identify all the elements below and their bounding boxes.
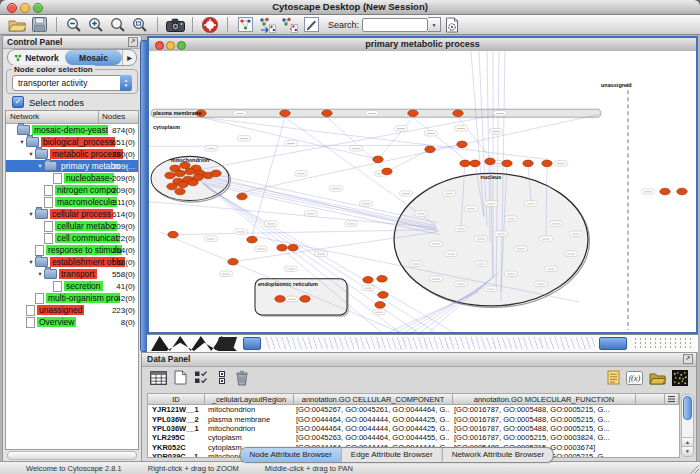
expander-icon[interactable]: ▼ [18, 139, 26, 145]
search-dropdown-button[interactable]: ▼ [428, 17, 441, 32]
expander-icon[interactable]: ▼ [36, 271, 44, 277]
gene-node[interactable] [288, 244, 298, 251]
gene-node[interactable] [377, 275, 387, 282]
help-icon[interactable] [200, 16, 220, 34]
column-options-icon[interactable] [665, 394, 679, 405]
gene-node[interactable] [363, 277, 373, 284]
table-row[interactable]: YPL036W__1mitochondrion[GO:0044464, GO:0… [148, 424, 679, 433]
control-panel-hscrollbar[interactable] [7, 451, 137, 460]
gene-node[interactable] [237, 193, 247, 200]
gene-node[interactable] [375, 302, 385, 309]
gene-node[interactable] [175, 188, 185, 195]
gene-node[interactable] [322, 110, 332, 117]
tree-row-metabolic-process[interactable]: ▼metabolic process280(0) [6, 148, 138, 160]
tree-row-biological-process[interactable]: ▼biological_process651(0) [6, 136, 138, 148]
annotation-icon[interactable] [301, 16, 321, 34]
column-header[interactable]: annotation.GO MOLECULAR_FUNCTION [453, 394, 636, 405]
gene-node[interactable] [300, 296, 310, 303]
gene-node[interactable] [228, 258, 238, 265]
tree-row-nucleobase-[interactable]: nucleobase-209(0) [6, 172, 138, 184]
new-attribute-icon[interactable] [174, 370, 187, 389]
delete-attribute-icon[interactable] [235, 370, 249, 390]
scroll-down-button[interactable]: ▼ [682, 446, 693, 456]
float-panel-icon[interactable]: ↗ [128, 37, 138, 47]
gene-node[interactable] [247, 236, 257, 243]
expander-icon[interactable]: ▼ [27, 259, 35, 265]
unselect-attributes-icon[interactable] [218, 370, 228, 389]
tree-row-cellular-process[interactable]: ▼cellular process614(0) [6, 208, 138, 220]
gene-node[interactable] [373, 156, 383, 163]
tree-row-nitrogen-compo[interactable]: nitrogen compo209(0) [6, 184, 138, 196]
gene-node[interactable] [425, 146, 435, 153]
node-color-select[interactable]: transporter activity ▲▼ [12, 75, 132, 91]
tree-row-primary-metabo[interactable]: ▼primary metabo209(... [6, 160, 138, 172]
network-overview-icon[interactable] [235, 16, 255, 34]
scrollbar-thumb[interactable] [683, 396, 692, 420]
tab-network[interactable]: Network [8, 50, 65, 65]
expander-icon[interactable]: ▼ [36, 163, 44, 169]
gene-node[interactable] [502, 160, 512, 167]
select-attributes-icon[interactable] [194, 370, 211, 389]
column-header[interactable]: ID [148, 394, 205, 405]
tree-row-multi-organism-pro[interactable]: multi-organism pro42(0) [6, 292, 138, 304]
tree-row-response-to-stimulu[interactable]: response to stimulu264(0) [6, 244, 138, 256]
table-row[interactable]: YLR295Ccytoplasm[GO:0045263, GO:0044464,… [148, 433, 679, 442]
attribute-editor-icon[interactable] [607, 370, 620, 389]
gene-node[interactable] [277, 244, 287, 251]
gene-node[interactable] [211, 170, 221, 177]
gene-node[interactable] [188, 179, 198, 186]
gene-node[interactable] [275, 296, 285, 303]
background-hscroll-thumb[interactable] [243, 337, 261, 350]
tree-row-overview[interactable]: Overview8(0) [6, 316, 138, 328]
resize-grip-icon[interactable] [689, 463, 699, 473]
function-builder-icon[interactable]: f(x) [626, 371, 643, 389]
table-row[interactable]: YPL036W__2plasma membrane[GO:0044464, GO… [148, 414, 679, 423]
snapshot-icon[interactable] [165, 16, 185, 34]
gene-node[interactable] [457, 141, 467, 148]
gene-node[interactable] [485, 158, 495, 165]
gene-node[interactable] [378, 292, 388, 299]
gene-node[interactable] [453, 110, 463, 117]
zoom-fit-icon[interactable] [130, 16, 150, 34]
gene-node[interactable] [165, 172, 175, 179]
title-bar[interactable]: Cytoscape Desktop (New Session) [0, 0, 700, 15]
gene-node[interactable] [523, 160, 533, 167]
expander-icon[interactable]: ▼ [27, 151, 35, 157]
tree-row-macromolecule[interactable]: macromolecule311(0) [6, 196, 138, 208]
tree-row-secretion[interactable]: secretion41(0) [6, 280, 138, 292]
gene-node[interactable] [542, 160, 552, 167]
search-settings-icon[interactable] [442, 16, 462, 34]
tab-edge-attribute-browser[interactable]: Edge Attribute Browser [341, 448, 442, 462]
gene-node[interactable] [167, 183, 177, 190]
attribute-table-scrollbar[interactable]: ▲ ▼ [681, 394, 694, 457]
gene-node[interactable] [185, 168, 195, 175]
column-header[interactable]: annotation.GO CELLULAR_COMPONENT [294, 394, 453, 405]
open-file-icon[interactable] [7, 16, 27, 34]
gene-node[interactable] [168, 231, 178, 238]
select-nodes-checkbox[interactable]: ✓ [12, 96, 24, 108]
gene-node[interactable] [280, 110, 290, 117]
tree-row-cell-communicat[interactable]: cell communicat22(0) [6, 232, 138, 244]
tab-overflow-button[interactable]: ▶ [122, 50, 136, 65]
gene-node[interactable] [408, 110, 418, 117]
tree-row-cellular-metabo[interactable]: cellular metabo209(0) [6, 220, 138, 232]
background-hscroll-thumb[interactable] [599, 337, 627, 350]
network-destroy-icon[interactable] [279, 16, 299, 34]
table-row[interactable]: YJR121W__1mitochondrion[GO:0045267, GO:0… [148, 405, 679, 414]
tree-row-unassigned[interactable]: unassigned223(0) [6, 304, 138, 316]
gene-node[interactable] [470, 160, 480, 167]
column-header[interactable]: _cellularLayoutRegion [205, 394, 294, 405]
gene-node[interactable] [660, 188, 670, 195]
gene-node[interactable] [677, 188, 687, 195]
import-attributes-icon[interactable] [649, 371, 666, 389]
tab-node-attribute-browser[interactable]: Node Attribute Browser [241, 448, 341, 462]
expander-icon[interactable]: ▼ [27, 211, 35, 217]
zoom-in-icon[interactable] [86, 16, 106, 34]
tree-row-establishment-of-lo[interactable]: ▼establishment of lo558(0) [6, 256, 138, 268]
gene-node[interactable] [460, 160, 470, 167]
gene-node[interactable] [382, 168, 392, 175]
attribute-table-icon[interactable] [150, 371, 167, 389]
tab-mosaic[interactable]: Mosaic [65, 50, 122, 65]
gene-node[interactable] [175, 170, 185, 177]
network-window-titlebar[interactable]: primary metabolic process [149, 38, 696, 52]
